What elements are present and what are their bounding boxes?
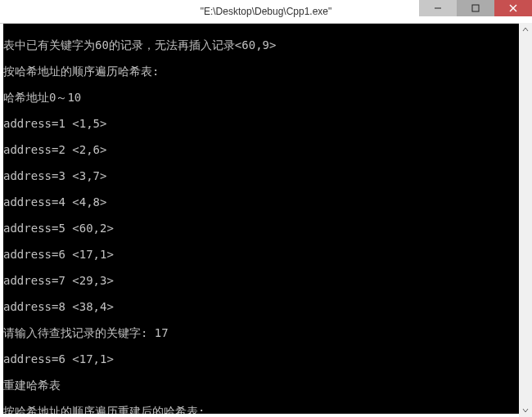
chevron-down-icon [522,407,529,414]
output-line: address=6 <17,1> [3,248,529,261]
prompt-text: 请输入待查找记录的关键字: [3,326,155,339]
output-line: address=1 <1,5> [3,117,529,130]
output-line: address=3 <3,7> [3,169,529,182]
output-line: 按哈希地址的顺序遍历哈希表: [3,65,529,78]
output-line: address=2 <2,6> [3,143,529,156]
svg-rect-1 [472,5,479,11]
output-line: 表中已有关键字为60的记录，无法再插入记录<60,9> [3,38,529,52]
output-line: address=8 <38,4> [3,300,529,313]
window-controls [419,0,532,16]
chevron-up-icon [522,26,529,33]
output-line: address=6 <17,1> [3,352,529,365]
output-line: 哈希地址0～10 [3,91,529,104]
scroll-up-button[interactable] [519,23,532,36]
close-button[interactable] [494,0,532,16]
minimize-button[interactable] [419,0,457,16]
maximize-icon [471,4,480,12]
output-line: address=5 <60,2> [3,222,529,235]
console-output[interactable]: 表中已有关键字为60的记录，无法再插入记录<60,9> 按哈希地址的顺序遍历哈希… [0,24,532,417]
maximize-button[interactable] [457,0,494,16]
scroll-track[interactable] [519,36,532,404]
close-icon [509,4,517,12]
output-line: address=4 <4,8> [3,195,529,208]
app-window: "E:\Desktop\Debug\Cpp1.exe" 表中已有关键字为60的记… [0,0,532,417]
output-line: 按哈希地址的顺序遍历重建后的哈希表: [3,405,529,417]
output-line: 请输入待查找记录的关键字: 17 [3,326,529,339]
window-title: "E:\Desktop\Debug\Cpp1.exe" [201,6,332,17]
scroll-down-button[interactable] [519,404,532,417]
minimize-icon [434,4,442,12]
output-line: address=7 <29,3> [3,274,529,287]
user-input: 17 [155,326,169,339]
output-line: 重建哈希表 [3,379,529,392]
vertical-scrollbar[interactable] [519,23,532,417]
title-bar[interactable]: "E:\Desktop\Debug\Cpp1.exe" [0,0,532,24]
